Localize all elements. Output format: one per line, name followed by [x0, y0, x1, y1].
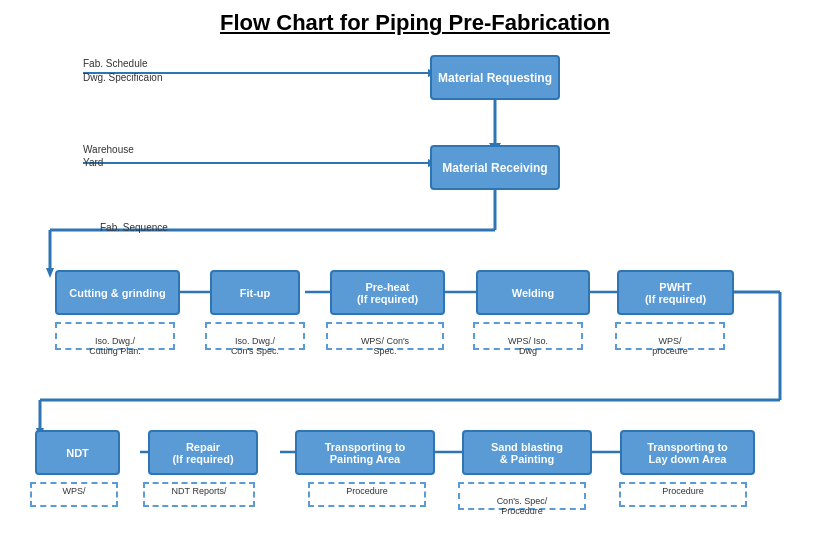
note-sand-blasting: Con's. Spec/ Procedure	[458, 482, 586, 510]
note-transport-laydown: Procedure	[619, 482, 747, 507]
note-preheat: WPS/ Con's Spec.	[326, 322, 444, 350]
box-transport-laydown: Transporting to Lay down Area	[620, 430, 755, 475]
box-material-receiving: Material Receiving	[430, 145, 560, 190]
box-repair: Repair (If required)	[148, 430, 258, 475]
note-welding: WPS/ Iso. Dwg	[473, 322, 583, 350]
note-cutting: Iso. Dwg./ Cutting Plan.	[55, 322, 175, 350]
note-fitup: Iso. Dwg./ Con's Spec.	[205, 322, 305, 350]
note-pwht: WPS/ proceure	[615, 322, 725, 350]
box-cutting-grinding: Cutting & grinding	[55, 270, 180, 315]
page-title: Flow Chart for Piping Pre-Fabrication	[15, 10, 815, 36]
box-fit-up: Fit-up	[210, 270, 300, 315]
page-container: Flow Chart for Piping Pre-Fabrication	[0, 0, 830, 544]
note-transport-painting: Procedure	[308, 482, 426, 507]
label-fab-schedule: Fab. Schedule	[83, 58, 148, 69]
label-warehouse: Warehouse	[83, 144, 134, 155]
label-dwg-spec: Dwg. Specificaion	[83, 72, 162, 83]
box-transport-painting: Transporting to Painting Area	[295, 430, 435, 475]
box-ndt: NDT	[35, 430, 120, 475]
box-welding: Welding	[476, 270, 590, 315]
label-yard: Yard	[83, 157, 103, 168]
svg-marker-9	[46, 268, 54, 278]
box-pwht: PWHT (If required)	[617, 270, 734, 315]
box-sand-blasting: Sand blasting & Painting	[462, 430, 592, 475]
note-ndt: WPS/	[30, 482, 118, 507]
label-fab-sequence: Fab. Sequence	[100, 222, 168, 233]
note-repair: NDT Reports/	[143, 482, 255, 507]
box-material-requesting: Material Requesting	[430, 55, 560, 100]
box-pre-heat: Pre-heat (If required)	[330, 270, 445, 315]
